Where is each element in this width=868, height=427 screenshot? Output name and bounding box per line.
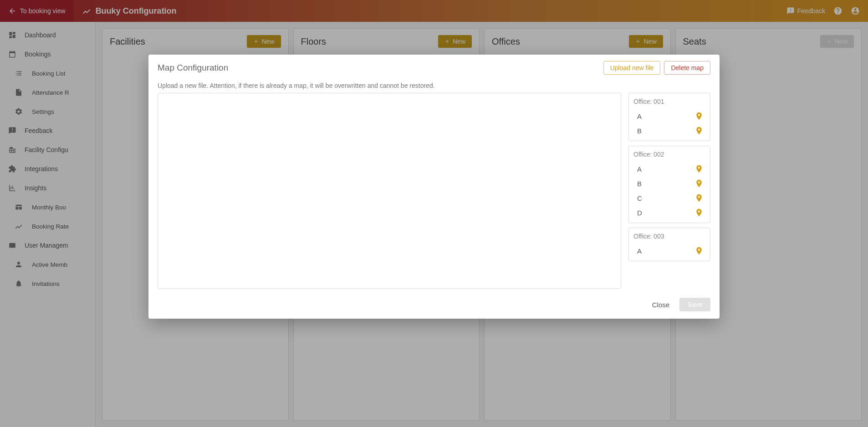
seat-label: C <box>637 194 642 202</box>
add-pin-icon <box>694 179 704 188</box>
seat-row: A <box>633 162 705 176</box>
add-seat-pin-button[interactable] <box>694 246 704 255</box>
map-configuration-modal: Map Configuration Upload new file Delete… <box>148 55 720 319</box>
add-seat-pin-button[interactable] <box>694 193 704 203</box>
office-title: Office: 003 <box>633 233 705 240</box>
office-card: Office: 002ABCD <box>628 146 710 223</box>
seat-row: A <box>633 109 705 123</box>
seat-label: D <box>637 209 642 217</box>
office-title: Office: 001 <box>633 98 705 105</box>
close-button[interactable]: Close <box>648 298 673 311</box>
map-canvas[interactable] <box>158 93 621 289</box>
upload-new-file-button[interactable]: Upload new file <box>603 61 661 75</box>
seat-label: B <box>637 127 642 135</box>
seat-row: A <box>633 244 705 258</box>
seat-row: C <box>633 191 705 205</box>
save-button: Save <box>679 298 710 311</box>
modal-title: Map Configuration <box>158 63 228 73</box>
add-pin-icon <box>694 208 704 217</box>
add-seat-pin-button[interactable] <box>694 112 704 121</box>
add-seat-pin-button[interactable] <box>694 179 704 188</box>
add-pin-icon <box>694 193 704 203</box>
office-title: Office: 002 <box>633 151 705 158</box>
add-seat-pin-button[interactable] <box>694 208 704 217</box>
seat-row: B <box>633 176 705 191</box>
office-card: Office: 001AB <box>628 93 710 141</box>
seat-label: A <box>637 112 642 120</box>
seat-row: B <box>633 123 705 138</box>
add-seat-pin-button[interactable] <box>694 126 704 135</box>
office-card: Office: 003A <box>628 228 710 261</box>
add-pin-icon <box>694 246 704 255</box>
seat-label: B <box>637 180 642 188</box>
modal-overlay[interactable]: Map Configuration Upload new file Delete… <box>0 0 868 427</box>
add-pin-icon <box>694 164 704 173</box>
add-seat-pin-button[interactable] <box>694 164 704 173</box>
delete-map-button[interactable]: Delete map <box>664 61 710 75</box>
add-pin-icon <box>694 126 704 135</box>
office-list: Office: 001ABOffice: 002ABCDOffice: 003A <box>628 93 710 289</box>
seat-label: A <box>637 247 642 255</box>
seat-row: D <box>633 205 705 220</box>
modal-subtitle: Upload a new file. Attention, if there i… <box>148 77 720 93</box>
seat-label: A <box>637 165 642 173</box>
add-pin-icon <box>694 112 704 121</box>
